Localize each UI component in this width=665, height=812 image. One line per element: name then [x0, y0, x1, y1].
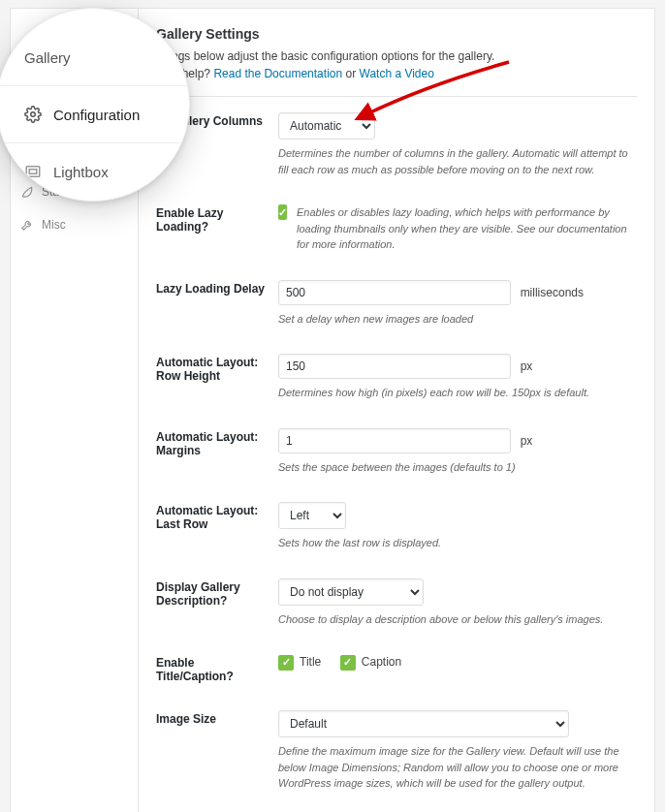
help-lazy-loading: Enables or disables lazy loading, which … [297, 204, 637, 253]
main-content: Gallery Settings ettings below adjust th… [139, 9, 654, 812]
row-lazy-delay: Lazy Loading Delay milliseconds Set a de… [156, 280, 637, 328]
title-checkbox[interactable] [278, 655, 294, 671]
leaf-icon [20, 185, 34, 199]
svg-rect-2 [29, 170, 37, 174]
image-size-select[interactable]: Default [278, 710, 569, 737]
row-image-size: Image Size Default Define the maximum im… [156, 710, 637, 792]
suffix-px2: px [521, 434, 533, 448]
help-last-row: Sets how the last row is displayed. [278, 535, 637, 551]
help-gallery-columns: Determines the number of columns in the … [278, 145, 637, 177]
gear-icon [24, 106, 42, 123]
sidebar-item-misc[interactable]: Misc [11, 208, 138, 241]
description-select[interactable]: Do not display [278, 578, 424, 606]
label-lazy-delay: Lazy Loading Delay [156, 280, 278, 328]
gallery-columns-select[interactable]: Automatic [278, 112, 375, 140]
row-last-row: Automatic Layout: Last Row Left Sets how… [156, 502, 637, 551]
title-cb-label: Title [300, 655, 321, 669]
row-margins: Automatic Layout: Margins px Sets the sp… [156, 428, 637, 476]
help-description: Choose to display a description above or… [278, 611, 637, 628]
help-margins: Sets the space between the images (defau… [278, 459, 637, 476]
label-margins: Automatic Layout: Margins [156, 428, 278, 476]
lens-lightbox-label: Lightbox [53, 164, 109, 180]
lens-gallery-label: Gallery [24, 49, 71, 66]
suffix-ms: milliseconds [521, 286, 584, 299]
sidebar-misc-label: Misc [42, 218, 66, 232]
docs-link[interactable]: Read the Documentation [213, 67, 342, 80]
lazy-delay-input[interactable] [278, 280, 511, 305]
label-description: Display Gallery Description? [156, 578, 278, 628]
last-row-select[interactable]: Left [278, 502, 346, 529]
row-title-caption: Enable Title/Caption? Title Caption [156, 654, 637, 683]
lazy-checkbox[interactable] [278, 204, 287, 220]
caption-checkbox[interactable] [340, 655, 356, 671]
help-lazy-delay: Set a delay when new images are loaded [278, 311, 637, 328]
help-image-size: Define the maximum image size for the Ga… [278, 743, 637, 792]
row-description: Display Gallery Description? Do not disp… [156, 578, 637, 628]
magnifier-lens: Gallery Configuration Lightbox [0, 8, 190, 202]
lens-configuration-label: Configuration [53, 107, 140, 123]
help-row-height: Determines how high (in pixels) each row… [278, 385, 637, 401]
video-link[interactable]: Watch a Video [360, 67, 434, 80]
svg-rect-1 [26, 167, 40, 177]
margins-input[interactable] [278, 428, 511, 453]
label-row-height: Automatic Layout: Row Height [156, 354, 278, 401]
label-lazy-loading: Enable Lazy Loading? [156, 204, 278, 253]
caption-cb-label: Caption [362, 655, 401, 669]
divider [156, 96, 637, 97]
row-height-input[interactable] [278, 354, 511, 379]
wrench-icon [20, 218, 34, 232]
label-image-size: Image Size [156, 710, 278, 792]
row-lazy-loading: Enable Lazy Loading? Enables or disables… [156, 204, 637, 253]
svg-point-0 [31, 112, 36, 117]
page-title: Gallery Settings [156, 26, 637, 42]
row-gallery-columns: of Gallery Columns Automatic Determines … [156, 112, 637, 177]
lens-item-configuration: Configuration [0, 85, 189, 142]
suffix-px: px [521, 359, 533, 373]
label-title-caption: Enable Title/Caption? [156, 654, 278, 683]
intro-text: ettings below adjust the basic configura… [156, 47, 637, 82]
row-row-height: Automatic Layout: Row Height px Determin… [156, 354, 637, 401]
label-last-row: Automatic Layout: Last Row [156, 502, 278, 551]
lens-item-gallery: Gallery [0, 30, 189, 85]
